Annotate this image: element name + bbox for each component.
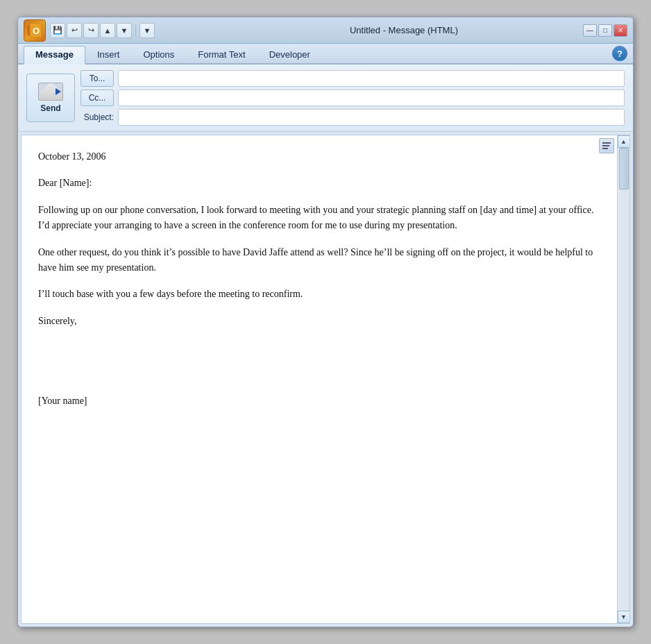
ribbon-tabs: Message Insert Options Format Text Devel… xyxy=(18,44,633,65)
tab-insert[interactable]: Insert xyxy=(85,46,132,63)
email-greeting: Dear [Name]: xyxy=(38,176,600,191)
email-signature: [Your name] xyxy=(38,393,600,409)
send-button[interactable]: Send xyxy=(26,74,75,122)
send-label: Send xyxy=(40,103,60,113)
email-header: Send To... Cc... Subject: xyxy=(18,65,633,132)
send-arrow-icon xyxy=(56,88,61,95)
tab-developer[interactable]: Developer xyxy=(257,46,322,63)
dropdown-button[interactable]: ▼ xyxy=(140,23,155,38)
scroll-track[interactable] xyxy=(618,148,629,611)
help-icon[interactable]: ? xyxy=(612,46,627,61)
tab-message[interactable]: Message xyxy=(24,46,85,65)
body-options-icon[interactable] xyxy=(599,138,614,153)
redo-button[interactable]: ↪ xyxy=(83,23,99,38)
email-body-container: October 13, 2006 Dear [Name]: Following … xyxy=(21,135,630,624)
outlook-window: O 💾 ↩ ↪ ▲ ▼ ▼ Untitled - Message (HTML) … xyxy=(17,17,634,627)
svg-rect-3 xyxy=(602,142,611,144)
tab-options[interactable]: Options xyxy=(131,46,186,63)
toolbar-separator xyxy=(135,24,136,37)
minimize-button[interactable]: — xyxy=(583,24,597,37)
email-paragraph3: I’ll touch base with you a few days befo… xyxy=(38,287,600,302)
email-paragraph1: Following up on our phone conversation, … xyxy=(38,203,600,234)
cc-button[interactable]: Cc... xyxy=(81,90,114,106)
undo-button[interactable]: ↩ xyxy=(67,23,82,38)
maximize-button[interactable]: □ xyxy=(598,24,612,37)
to-input[interactable] xyxy=(118,70,625,87)
svg-rect-5 xyxy=(602,148,608,149)
title-bar: O 💾 ↩ ↪ ▲ ▼ ▼ Untitled - Message (HTML) … xyxy=(18,17,633,44)
window-title: Untitled - Message (HTML) xyxy=(229,25,579,35)
svg-rect-4 xyxy=(602,145,609,146)
save-button[interactable]: 💾 xyxy=(50,23,65,38)
subject-label: Subject: xyxy=(81,112,114,122)
subject-input[interactable] xyxy=(118,109,625,126)
to-field-row: To... xyxy=(81,70,625,87)
close-button[interactable]: ✕ xyxy=(614,24,627,37)
window-controls: — □ ✕ xyxy=(583,24,627,37)
scroll-up-button[interactable]: ▲ xyxy=(618,135,630,148)
subject-field-row: Subject: xyxy=(81,109,625,126)
email-body[interactable]: October 13, 2006 Dear [Name]: Following … xyxy=(22,135,617,623)
down-button[interactable]: ▼ xyxy=(117,23,132,38)
fields-area: To... Cc... Subject: xyxy=(81,70,625,126)
to-button[interactable]: To... xyxy=(81,70,114,87)
scrollbar[interactable]: ▲ ▼ xyxy=(617,135,629,623)
tab-format-text[interactable]: Format Text xyxy=(186,46,257,63)
cc-input[interactable] xyxy=(118,90,625,106)
quick-access-toolbar: 💾 ↩ ↪ ▲ ▼ ▼ xyxy=(50,23,225,38)
cc-field-row: Cc... xyxy=(81,90,625,106)
email-closing: Sincerely, xyxy=(38,314,600,329)
email-paragraph2: One other request, do you think it’s pos… xyxy=(38,245,600,276)
up-button[interactable]: ▲ xyxy=(100,23,115,38)
send-button-area: Send xyxy=(26,70,75,126)
scroll-thumb[interactable] xyxy=(619,148,629,189)
svg-text:O: O xyxy=(33,26,40,36)
office-logo-icon: O xyxy=(24,19,46,42)
envelope-icon xyxy=(38,83,63,101)
email-date: October 13, 2006 xyxy=(38,149,600,164)
scroll-down-button[interactable]: ▼ xyxy=(618,611,630,623)
